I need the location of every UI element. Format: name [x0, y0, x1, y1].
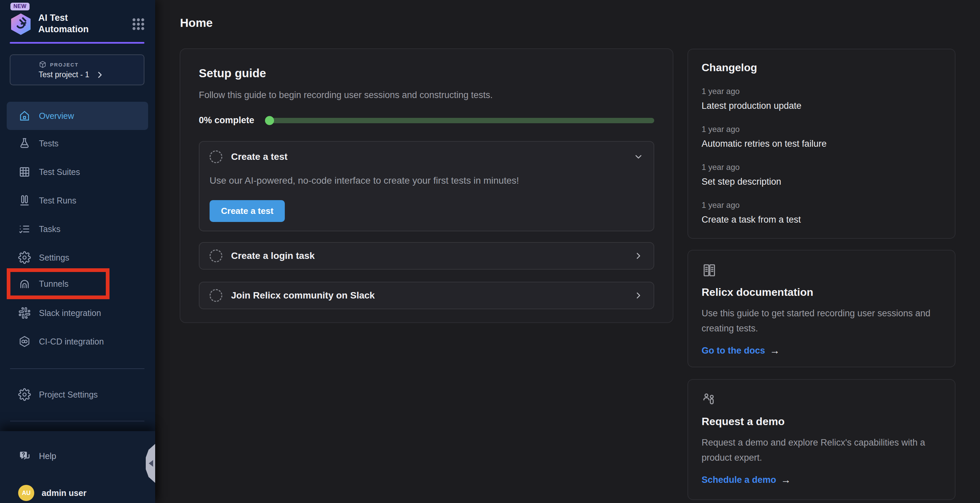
setup-guide-title: Setup guide [199, 67, 654, 80]
incomplete-step-icon [210, 250, 222, 262]
documentation-body: Use this guide to get started recording … [702, 306, 941, 336]
home-icon [18, 110, 31, 122]
sidebar-item-settings[interactable]: Settings [7, 244, 148, 272]
sidebar-footer-divider [10, 421, 145, 422]
sidebar-item-label: Tests [39, 138, 59, 148]
project-label: PROJECT [50, 62, 79, 67]
setup-step-create-login-task[interactable]: Create a login task [199, 242, 654, 270]
changelog-entry: 1 year ago Create a task from a test [702, 201, 941, 225]
schedule-demo-link[interactable]: Schedule a demo → [702, 474, 941, 485]
sidebar-item-label: CI-CD integration [39, 337, 104, 347]
step-title: Create a login task [231, 250, 315, 261]
chevron-right-icon [633, 251, 643, 261]
sidebar-item-slack-integration[interactable]: Slack integration [7, 299, 148, 327]
sidebar-item-tunnels[interactable]: Tunnels [7, 270, 148, 298]
changelog-time: 1 year ago [702, 87, 941, 96]
list-checks-icon [18, 223, 31, 236]
arrow-right-icon: → [770, 345, 780, 356]
grid-icon [18, 166, 31, 178]
chevron-right-icon [95, 70, 104, 79]
incomplete-step-icon [210, 150, 222, 163]
app-root: NEW [0, 0, 980, 503]
avatar: AU [18, 485, 34, 501]
step-title: Create a test [231, 151, 288, 162]
setup-guide-card: Setup guide Follow this guide to begin r… [180, 48, 673, 323]
page-title: Home [180, 16, 213, 30]
sidebar-item-tests[interactable]: Tests [7, 129, 148, 158]
users-icon [702, 392, 941, 407]
sidebar-item-tasks[interactable]: Tasks [7, 215, 148, 243]
sidebar: NEW [0, 0, 155, 503]
changelog-entry-title: Create a task from a test [702, 215, 941, 225]
changelog-time: 1 year ago [702, 201, 941, 210]
setup-step-create-test[interactable]: Create a test Use our AI-powered, no-cod… [199, 141, 654, 231]
sidebar-item-label: Slack integration [39, 308, 101, 318]
progress-knob [265, 116, 274, 125]
new-badge: NEW [10, 3, 30, 10]
changelog-entry: 1 year ago Set step description [702, 162, 941, 187]
app-title: AI Test Automation [38, 12, 99, 35]
help-chat-icon [18, 450, 31, 462]
changelog-card: Changelog 1 year ago Latest production u… [687, 49, 956, 239]
changelog-time: 1 year ago [702, 162, 941, 172]
tunnel-icon [18, 277, 31, 290]
chevron-right-icon [633, 290, 643, 301]
sidebar-item-label: Settings [39, 253, 69, 263]
app-launcher-icon[interactable] [132, 18, 145, 31]
changelog-entry-title: Automatic retries on test failure [702, 138, 941, 149]
collapse-arrow-icon [149, 460, 153, 467]
sidebar-item-label: Test Runs [39, 196, 76, 205]
changelog-entry-title: Latest production update [702, 101, 941, 111]
project-label-row: PROJECT [39, 60, 144, 68]
changelog-title: Changelog [702, 61, 941, 74]
changelog-entry: 1 year ago Automatic retries on test fai… [702, 124, 941, 149]
sidebar-item-test-runs[interactable]: Test Runs [7, 186, 148, 215]
project-name: Test project - 1 [39, 70, 89, 79]
progress-bar [265, 118, 654, 123]
app-logo-icon [10, 13, 32, 36]
setup-progress: 0% complete [199, 115, 654, 126]
sidebar-divider [10, 368, 145, 369]
request-demo-title: Request a demo [702, 415, 941, 428]
progress-label: 0% complete [199, 115, 254, 126]
gear-icon [18, 251, 31, 264]
sidebar-item-cicd-integration[interactable]: CI-CD integration [7, 327, 148, 356]
documentation-card: Relicx documentation Use this guide to g… [687, 250, 956, 367]
changelog-entry: 1 year ago Latest production update [702, 87, 941, 111]
book-icon [702, 263, 941, 278]
incomplete-step-icon [210, 289, 222, 302]
app-header: AI Test Automation [10, 12, 145, 36]
gear-icon [18, 388, 31, 401]
step-title: Join Relicx community on Slack [231, 290, 375, 301]
sidebar-item-label: Tunnels [39, 279, 68, 289]
documentation-title: Relicx documentation [702, 286, 941, 299]
cicd-icon [18, 335, 31, 348]
package-icon [39, 60, 47, 68]
project-selector[interactable]: PROJECT Test project - 1 [10, 54, 145, 85]
request-demo-body: Request a demo and explore Relicx's capa… [702, 435, 941, 465]
sidebar-item-label: Tasks [39, 224, 60, 234]
user-name: admin user [41, 488, 86, 498]
step-description: Use our AI-powered, no-code interface to… [210, 175, 643, 186]
request-demo-card: Request a demo Request a demo and explor… [687, 379, 956, 500]
help-label: Help [39, 451, 56, 461]
test-tubes-icon [18, 194, 31, 207]
create-test-button[interactable]: Create a test [210, 200, 285, 222]
chevron-down-icon[interactable] [633, 152, 643, 162]
sidebar-item-label: Overview [39, 111, 74, 121]
user-menu[interactable]: AU admin user [7, 479, 148, 503]
arrow-right-icon: → [781, 474, 791, 485]
sidebar-item-test-suites[interactable]: Test Suites [7, 158, 148, 186]
go-to-docs-link[interactable]: Go to the docs → [702, 345, 941, 356]
sidebar-item-overview[interactable]: Overview [7, 102, 148, 130]
changelog-time: 1 year ago [702, 124, 941, 134]
setup-guide-subtitle: Follow this guide to begin recording use… [199, 90, 654, 100]
sidebar-item-label: Project Settings [39, 390, 98, 400]
changelog-entry-title: Set step description [702, 177, 941, 187]
help-button[interactable]: Help [7, 442, 148, 470]
setup-step-join-slack[interactable]: Join Relicx community on Slack [199, 282, 654, 309]
sidebar-item-project-settings[interactable]: Project Settings [7, 380, 148, 409]
sidebar-item-label: Test Suites [39, 167, 80, 177]
sidebar-footer: Help AU admin user [0, 431, 155, 503]
brand-divider [10, 42, 145, 44]
